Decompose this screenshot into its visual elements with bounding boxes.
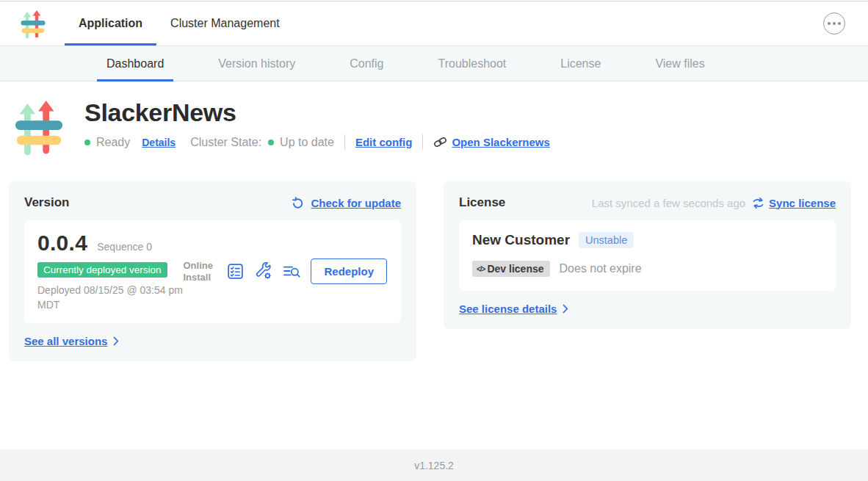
subnav-troubleshoot[interactable]: Troubleshoot [411, 46, 533, 81]
cluster-state-dot [268, 140, 274, 145]
version-actions: Online Install [183, 258, 388, 284]
see-license-details-link[interactable]: See license details [459, 303, 836, 315]
tab-application[interactable]: Application [65, 1, 156, 46]
subnav-license[interactable]: License [533, 46, 628, 81]
app-sub-nav: Dashboard Version history Config Trouble… [0, 46, 868, 82]
subnav-view-files[interactable]: View files [628, 46, 731, 81]
divider [344, 134, 345, 150]
version-card-title: Version [24, 195, 69, 210]
dashboard-cards: Version Check for update 0.0.4 Sequence [9, 181, 851, 361]
app-meta: SlackerNews Ready Details Cluster State:… [84, 96, 550, 158]
license-type-label: Dev license [487, 263, 543, 275]
app-status-row: Ready Details Cluster State: Up to date … [84, 134, 550, 150]
cluster-state-text: Up to date [280, 136, 334, 149]
preflight-checks-button[interactable] [226, 262, 245, 281]
version-sequence: Sequence 0 [97, 241, 152, 253]
subnav-version-history[interactable]: Version history [191, 46, 322, 81]
customer-name: New Customer [472, 232, 570, 248]
main-content: SlackerNews Ready Details Cluster State:… [0, 82, 868, 449]
check-for-update-label: Check for update [311, 197, 401, 209]
chain-link-icon [433, 135, 447, 149]
see-all-versions-label: See all versions [24, 335, 107, 347]
open-app-link[interactable]: Open Slackernews [433, 135, 549, 149]
page-title: SlackerNews [84, 98, 550, 127]
ellipsis-icon [828, 22, 831, 25]
more-menu-button[interactable] [823, 12, 845, 35]
license-card: License Last synced a few seconds ago Sy… [444, 181, 851, 329]
chevron-right-icon [563, 304, 568, 314]
top-nav: Application Cluster Management [0, 1, 868, 46]
sync-arrows-icon [752, 197, 764, 209]
open-app-link-label: Open Slackernews [452, 136, 549, 148]
license-info-panel: New Customer Unstable </> Dev license Do… [459, 220, 836, 291]
app-status-dot [84, 140, 90, 145]
license-type-badge: </> Dev license [472, 261, 550, 277]
slackernews-logo-icon [13, 96, 65, 158]
version-info: 0.0.4 Sequence 0 Currently deployed vers… [37, 231, 183, 312]
cluster-state-label: Cluster State: [190, 136, 261, 149]
page: Application Cluster Management Dashboard… [0, 0, 868, 481]
primary-tabs: Application Cluster Management [65, 1, 294, 46]
status-details-link[interactable]: Details [142, 137, 176, 148]
footer: v1.125.2 [0, 449, 868, 481]
version-card-header: Version Check for update [24, 195, 401, 210]
subnav-config[interactable]: Config [322, 46, 411, 81]
redeploy-button[interactable]: Redeploy [311, 258, 387, 284]
slackernews-logo-icon [20, 8, 46, 40]
license-sync-group: Last synced a few seconds ago Sync licen… [592, 197, 836, 209]
logs-search-icon [282, 262, 301, 281]
subnav-dashboard[interactable]: Dashboard [79, 46, 191, 81]
wrench-gear-icon [254, 262, 272, 281]
sync-license-link[interactable]: Sync license [752, 197, 836, 209]
app-logo-small [20, 8, 46, 46]
last-synced-text: Last synced a few seconds ago [592, 197, 745, 209]
deployed-status-badge: Currently deployed version [37, 262, 167, 278]
install-type-label: Online Install [183, 260, 217, 283]
deployed-timestamp: Deployed 08/15/25 @ 03:54 pm MDT [37, 283, 183, 312]
refresh-icon [292, 197, 304, 209]
preflight-checklist-icon [226, 262, 245, 281]
edit-config-link[interactable]: Edit config [355, 136, 413, 148]
console-version: v1.125.2 [414, 460, 454, 471]
app-header: SlackerNews Ready Details Cluster State:… [13, 96, 868, 158]
sync-license-label: Sync license [769, 197, 836, 209]
check-for-update[interactable]: Check for update [292, 197, 401, 209]
license-expiration: Does not expire [560, 262, 642, 275]
channel-badge: Unstable [579, 232, 634, 248]
divider [422, 134, 423, 150]
app-logo-large [13, 96, 65, 158]
tab-cluster-management[interactable]: Cluster Management [156, 1, 294, 46]
edit-config-button[interactable] [254, 262, 272, 281]
tab-application-label: Application [79, 17, 142, 30]
view-logs-button[interactable] [282, 262, 301, 281]
code-brackets-icon: </> [477, 265, 485, 273]
current-version-panel: 0.0.4 Sequence 0 Currently deployed vers… [24, 220, 401, 323]
version-card: Version Check for update 0.0.4 Sequence [9, 181, 416, 361]
see-all-versions-link[interactable]: See all versions [24, 335, 401, 347]
tab-cluster-management-label: Cluster Management [170, 17, 280, 30]
app-status-text: Ready [96, 136, 130, 149]
version-number: 0.0.4 [37, 231, 87, 256]
license-card-title: License [459, 195, 505, 210]
chevron-right-icon [113, 336, 119, 346]
license-card-header: License Last synced a few seconds ago Sy… [459, 195, 836, 210]
see-license-details-label: See license details [459, 303, 557, 315]
